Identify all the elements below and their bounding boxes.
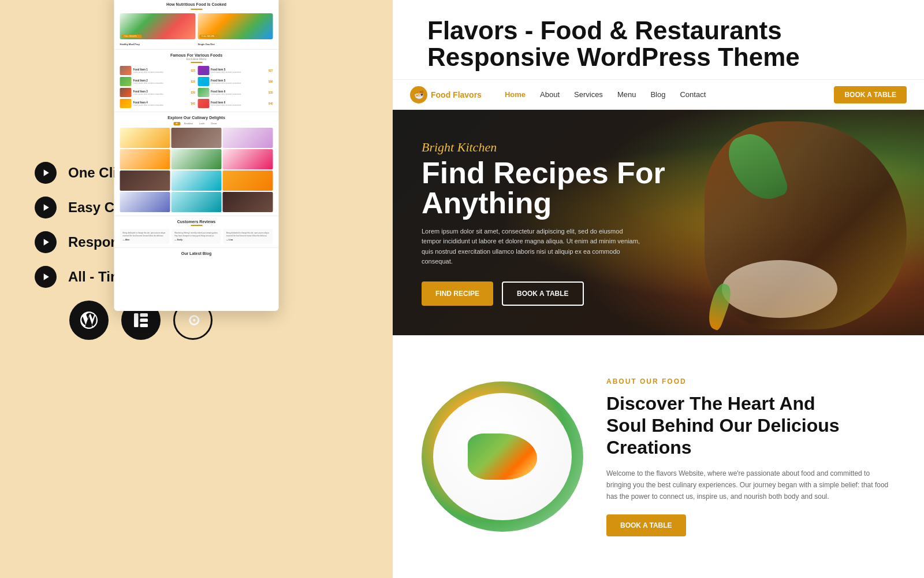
food-img-salad: FULL RECIPE → <box>120 13 196 39</box>
culinary-grid <box>120 128 273 212</box>
recipe-btn-2[interactable]: FULL RECIPE → <box>199 35 219 38</box>
nav-link-contact[interactable]: Contact <box>680 90 706 99</box>
menu-img-7 <box>198 88 209 97</box>
menu-row-6: Food Item 5 Lorem ipsum dolor sit amet c… <box>198 77 273 86</box>
cul-img-9 <box>223 171 273 191</box>
svg-rect-2 <box>140 318 148 322</box>
nav-logo-icon: 🍜 <box>410 86 427 103</box>
nav-link-menu[interactable]: Menu <box>617 90 636 99</box>
cul-img-12 <box>223 192 273 212</box>
nav-logo: 🍜 Food Flavors <box>410 86 482 103</box>
menu-desc-2: Lorem ipsum dolor sit amet consectetur <box>133 82 189 84</box>
mockup-s2-divider <box>191 62 202 63</box>
menu-price-7: $35 <box>269 91 273 94</box>
mockup-s1-title: How Nutritious Food Is Cooked <box>120 2 273 6</box>
cul-img-2 <box>172 128 222 148</box>
about-food-decoration <box>468 433 537 480</box>
demo-about-section: ABOUT OUR FOOD Discover The Heart AndSou… <box>393 335 924 578</box>
tab-all[interactable]: All <box>173 122 180 125</box>
nav-link-home[interactable]: Home <box>505 90 526 99</box>
mockup-s1-divider <box>191 9 202 10</box>
about-label: ABOUT OUR FOOD <box>606 377 895 386</box>
svg-rect-1 <box>140 313 148 317</box>
tab-breakfast[interactable]: Breakfast <box>182 122 195 125</box>
reviewer-2: — Emily <box>174 239 218 241</box>
book-table-button[interactable]: BOOK A TABLE <box>502 281 584 306</box>
menu-desc-3: Lorem ipsum dolor sit amet consectetur <box>133 93 189 95</box>
nav-link-blog[interactable]: Blog <box>650 90 665 99</box>
tab-lunch[interactable]: Lunch <box>197 122 207 125</box>
theme-title-line2: Responsive WordPress Theme <box>427 43 800 71</box>
mockup-s4-title: Customers Reviews <box>120 220 273 224</box>
reviewer-1: — Alan <box>123 239 167 241</box>
review-2: Wondering offering I recently visited yo… <box>172 229 221 244</box>
nav-link-about[interactable]: About <box>540 90 560 99</box>
left-panel: How Nutritious Food Is Cooked FULL RECIP… <box>0 0 393 578</box>
about-plate <box>433 393 572 520</box>
menu-row-4: Food Item 4 Lorem ipsum dolor sit amet c… <box>120 99 196 108</box>
about-book-button[interactable]: BOOK A TABLE <box>606 514 686 536</box>
menu-info-1: Food Item 1 Lorem ipsum dolor sit amet c… <box>133 68 189 73</box>
caption-2: Single Gas Diet <box>198 43 273 46</box>
find-recipe-button[interactable]: FIND RECIPE <box>422 281 493 306</box>
about-heading: Discover The Heart AndSoul Behind Our De… <box>606 392 895 459</box>
menu-img-5 <box>198 66 209 75</box>
cul-img-5 <box>172 149 222 169</box>
menu-desc-6: Lorem ipsum dolor sit amet consectetur <box>211 82 267 84</box>
menu-price-1: $25 <box>191 69 195 72</box>
cul-img-8 <box>172 171 222 191</box>
demo-hero: Bright Kitchen Find Recipes ForAnything … <box>393 110 924 335</box>
mockup-content: How Nutritious Food Is Cooked FULL RECIP… <box>114 0 279 311</box>
review-1: Being dedicated to change this site, ope… <box>120 229 170 244</box>
mockup-section-1: How Nutritious Food Is Cooked FULL RECIP… <box>114 0 279 50</box>
nav-link-services[interactable]: Services <box>574 90 603 99</box>
menu-img-2 <box>120 77 132 86</box>
tab-dinner[interactable]: Dinner <box>208 122 219 125</box>
about-food-image <box>422 381 583 532</box>
mockup-section-5: Our Latest Blog <box>114 248 279 261</box>
mockup-s3-title: Explore Our Culinary Delights <box>120 116 273 120</box>
mockup-s2-title: Famous For Various Foods <box>120 53 273 57</box>
menu-info-5: Food Item 5 Lorem ipsum dolor sit amet c… <box>211 68 267 73</box>
menu-img-8 <box>198 99 209 108</box>
mockup-menu-grid: Food Item 1 Lorem ipsum dolor sit amet c… <box>120 66 273 108</box>
menu-row-8: Food Item 6 Lorem ipsum dolor sit amet c… <box>198 99 273 108</box>
mockup-captions: Healthy Meal Prep Single Gas Diet <box>120 43 273 46</box>
cul-img-10 <box>120 192 170 212</box>
demo-website: 🍜 Food Flavors Home About Services Menu … <box>393 79 924 578</box>
nav-book-button[interactable]: BOOK A TABLE <box>834 86 907 103</box>
menu-row-7: Food Item 6 Lorem ipsum dolor sit amet c… <box>198 88 273 97</box>
recipe-btn-1[interactable]: FULL RECIPE → <box>122 35 142 38</box>
menu-img-3 <box>120 88 132 97</box>
menu-desc-8: Lorem ipsum dolor sit amet consectetur <box>211 104 267 106</box>
caption-1: Healthy Meal Prep <box>120 43 195 46</box>
cul-img-1 <box>120 128 170 148</box>
feature-icon-1 <box>35 162 57 184</box>
menu-img-4 <box>120 99 132 108</box>
menu-info-2: Food Item 2 Lorem ipsum dolor sit amet c… <box>133 79 189 84</box>
mockup-window: How Nutritious Food Is Cooked FULL RECIP… <box>114 0 279 311</box>
theme-title-line1: Flavors - Food & Restaurants <box>427 16 782 45</box>
page-container: How Nutritious Food Is Cooked FULL RECIP… <box>0 0 924 578</box>
culinary-tabs: All Breakfast Lunch Dinner <box>120 122 273 125</box>
menu-price-2: $39 <box>191 80 195 83</box>
menu-desc-4: Lorem ipsum dolor sit amet consectetur <box>133 104 189 106</box>
feature-icon-3 <box>35 231 57 253</box>
right-panel: Flavors - Food & Restaurants Responsive … <box>393 0 924 578</box>
menu-row-3: Food Item 3 Lorem ipsum dolor sit amet c… <box>120 88 196 97</box>
menu-desc-1: Lorem ipsum dolor sit amet consectetur <box>133 71 189 73</box>
hero-heading: Find Recipes ForAnything <box>422 158 665 218</box>
review-1-text: Being dedicated to change this site, ope… <box>123 232 167 237</box>
theme-title: Flavors - Food & Restaurants Responsive … <box>427 17 889 71</box>
menu-price-8: $40 <box>269 102 273 105</box>
mockup-food-grid: FULL RECIPE → FULL RECIPE → <box>120 13 273 39</box>
cul-img-3 <box>223 128 273 148</box>
menu-row-1: Food Item 1 Lorem ipsum dolor sit amet c… <box>120 66 196 75</box>
review-3-text: Being dedicated to change this site, ope… <box>226 232 270 237</box>
svg-rect-3 <box>140 324 148 327</box>
menu-desc-5: Lorem ipsum dolor sit amet consectetur <box>211 71 267 73</box>
hero-content: Bright Kitchen Find Recipes ForAnything … <box>422 140 665 306</box>
review-2-text: Wondering offering I recently visited yo… <box>174 232 218 237</box>
menu-info-6: Food Item 5 Lorem ipsum dolor sit amet c… <box>211 79 267 84</box>
review-cards: Being dedicated to change this site, ope… <box>120 229 273 244</box>
